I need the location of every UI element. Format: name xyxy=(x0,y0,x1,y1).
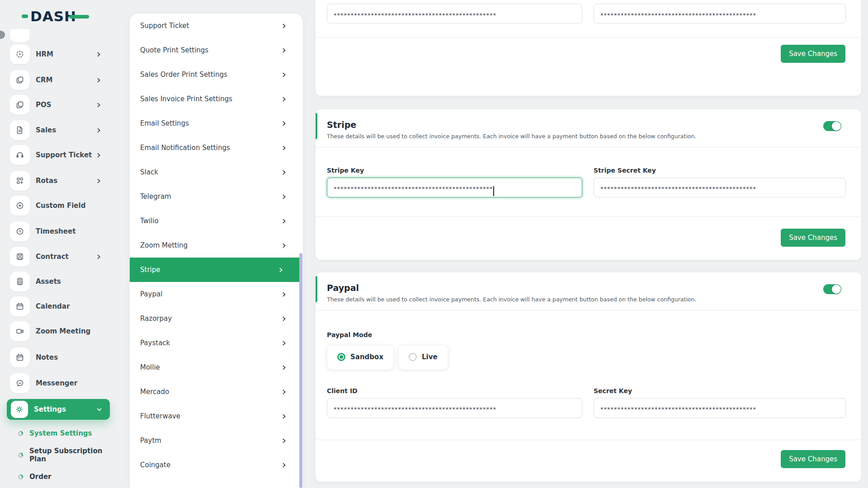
save-changes-button[interactable]: Save Changes xyxy=(781,45,845,63)
sidebar-item-notes[interactable]: Notes xyxy=(0,347,113,367)
settings-menu-item-mollie[interactable]: Mollie xyxy=(130,355,303,380)
stripe-key-input[interactable] xyxy=(327,178,582,197)
settings-menu-item-quote-print-settings[interactable]: Quote Print Settings xyxy=(130,38,303,62)
settings-menu-item-label: Twilio xyxy=(140,217,159,225)
sidebar-item-messenger[interactable]: Messenger xyxy=(0,373,113,393)
settings-menu-item-email-notification-settings[interactable]: Email Notification Settings xyxy=(130,136,303,160)
paypal-mode-option-label: Live xyxy=(422,353,438,361)
sidebar-item-rotas[interactable]: Rotas xyxy=(0,171,113,191)
settings-menu-item-paypal[interactable]: Paypal xyxy=(130,282,303,306)
paypal-client-id-input[interactable] xyxy=(327,398,582,418)
chevron-right-icon xyxy=(282,341,287,346)
settings-menu-item-sales-invoice-print-settings[interactable]: Sales Invoice Print Settings xyxy=(130,87,303,111)
settings-menu-item-label: Mollie xyxy=(140,363,160,371)
paypal-client-id-label: Client ID xyxy=(327,387,582,394)
stripe-secret-key-input[interactable] xyxy=(594,178,846,197)
sidebar-item-pos[interactable]: POS xyxy=(0,95,113,115)
chevron-right-icon xyxy=(96,254,101,259)
settings-menu-item-telegram[interactable]: Telegram xyxy=(130,184,303,209)
bullet-icon xyxy=(18,453,23,458)
chevron-right-icon xyxy=(96,128,101,133)
settings-menu-item-label: Sales Order Print Settings xyxy=(140,70,227,79)
save-changes-button[interactable]: Save Changes xyxy=(781,450,845,468)
chevron-right-icon xyxy=(282,72,287,77)
settings-menu-item-flutterwave[interactable]: Flutterwave xyxy=(130,404,303,428)
chevron-right-icon xyxy=(282,243,287,248)
settings-menu-item-stripe[interactable]: Stripe xyxy=(130,258,300,282)
settings-menu-item-razorpay[interactable]: Razorpay xyxy=(130,306,303,331)
stripe-enabled-toggle[interactable] xyxy=(823,121,841,131)
stripe-title: Stripe xyxy=(327,119,845,131)
paypal-mode-sandbox-option[interactable]: Sandbox xyxy=(327,345,394,370)
settings-menu-item-email-settings[interactable]: Email Settings xyxy=(130,111,303,136)
stripe-key-label: Stripe Key xyxy=(327,167,582,174)
paypal-secret-key-input[interactable] xyxy=(594,398,846,418)
sidebar-item-zoom-meeting[interactable]: Zoom Meeting xyxy=(0,321,113,341)
settings-menu-item-twilio[interactable]: Twilio xyxy=(130,209,303,233)
pos-icon xyxy=(10,95,30,115)
chevron-right-icon xyxy=(278,267,283,272)
sidebar-item-calendar[interactable]: Calendar xyxy=(0,296,113,316)
sidebar: DASH HRM CRM POS Sales Support Ticket Ro… xyxy=(0,0,113,488)
chat-bubble-icon xyxy=(10,373,30,393)
zoom-api-key-input[interactable] xyxy=(327,4,582,23)
radio-unchecked-icon[interactable] xyxy=(409,353,417,361)
chevron-right-icon xyxy=(282,97,287,102)
settings-menu-item-paystack[interactable]: Paystack xyxy=(130,331,303,355)
chevron-right-icon xyxy=(282,292,287,297)
save-changes-button[interactable]: Save Changes xyxy=(781,229,845,247)
settings-menu-item-label: Support Ticket xyxy=(140,22,189,30)
paypal-settings-card: Paypal These details will be used to col… xyxy=(316,272,861,482)
chevron-right-icon xyxy=(282,170,287,175)
sidebar-item-label: Support Ticket xyxy=(36,151,92,159)
settings-menu-item-sales-order-print-settings[interactable]: Sales Order Print Settings xyxy=(130,62,303,87)
settings-menu-item-slack[interactable]: Slack xyxy=(130,160,303,184)
settings-menu-item-label: Mercado xyxy=(140,388,169,396)
chevron-right-icon xyxy=(282,463,287,468)
settings-menu-panel: Support Ticket Quote Print Settings Sale… xyxy=(130,14,303,488)
sidebar-item-settings[interactable]: Settings xyxy=(7,399,110,420)
settings-menu-item-skrill[interactable]: Skrill xyxy=(130,481,303,488)
app-logo[interactable]: DASH xyxy=(22,6,89,26)
stripe-secret-key-label: Stripe Secret Key xyxy=(594,167,846,174)
sidebar-item-timesheet[interactable]: Timesheet xyxy=(0,221,113,241)
paypal-mode-live-option[interactable]: Live xyxy=(398,345,448,370)
paypal-secret-key-label: Secret Key xyxy=(594,387,846,394)
sidebar-subitem-setup-subscription-plan[interactable]: Setup Subscription Plan xyxy=(0,449,113,461)
sidebar-item-hrm[interactable]: HRM xyxy=(0,44,113,64)
sidebar-item-label: Notes xyxy=(36,353,58,361)
sidebar-item-partial[interactable] xyxy=(10,29,30,42)
chevron-right-icon xyxy=(96,178,101,183)
settings-menu-item-support-ticket[interactable]: Support Ticket xyxy=(130,14,303,38)
panel-scrollbar-thumb[interactable] xyxy=(299,253,302,488)
sidebar-item-crm[interactable]: CRM xyxy=(0,70,113,90)
settings-menu-item-mercado[interactable]: Mercado xyxy=(130,380,303,404)
chevron-right-icon xyxy=(282,414,287,419)
sidebar-item-assets[interactable]: Assets xyxy=(0,272,113,291)
toggle-knob xyxy=(832,122,841,131)
headphones-icon xyxy=(10,145,30,165)
sidebar-item-label: CRM xyxy=(36,76,53,84)
settings-menu-item-coingate[interactable]: Coingate xyxy=(130,453,303,477)
sidebar-item-custom-field[interactable]: Custom Field xyxy=(0,196,113,216)
zoom-api-secret-input[interactable] xyxy=(594,4,846,23)
hrm-icon xyxy=(10,44,30,64)
settings-menu-item-label: Email Notification Settings xyxy=(140,144,230,152)
paypal-mode-option-label: Sandbox xyxy=(350,353,383,361)
settings-menu-item-paytm[interactable]: Paytm xyxy=(130,428,303,453)
sidebar-subitem-order[interactable]: Order xyxy=(0,471,113,483)
stripe-settings-card: Stripe These details will be used to col… xyxy=(316,109,861,260)
settings-menu-item-label: Email Settings xyxy=(140,119,189,127)
sidebar-item-support-ticket[interactable]: Support Ticket xyxy=(0,145,113,165)
sidebar-item-sales[interactable]: Sales xyxy=(0,120,113,140)
sidebar-scrollbar-thumb[interactable] xyxy=(0,31,5,39)
floppy-disk-icon xyxy=(10,247,30,267)
settings-menu-item-zoom-metting[interactable]: Zoom Metting xyxy=(130,233,303,258)
sidebar-item-contract[interactable]: Contract xyxy=(0,247,113,267)
radio-checked-icon[interactable] xyxy=(337,353,345,361)
stripe-description: These details will be used to collect in… xyxy=(327,133,845,140)
chevron-right-icon xyxy=(282,219,287,224)
sidebar-subitem-system-settings[interactable]: System Settings xyxy=(0,427,113,439)
sidebar-subitem-label: System Settings xyxy=(29,429,92,437)
paypal-enabled-toggle[interactable] xyxy=(823,284,841,294)
